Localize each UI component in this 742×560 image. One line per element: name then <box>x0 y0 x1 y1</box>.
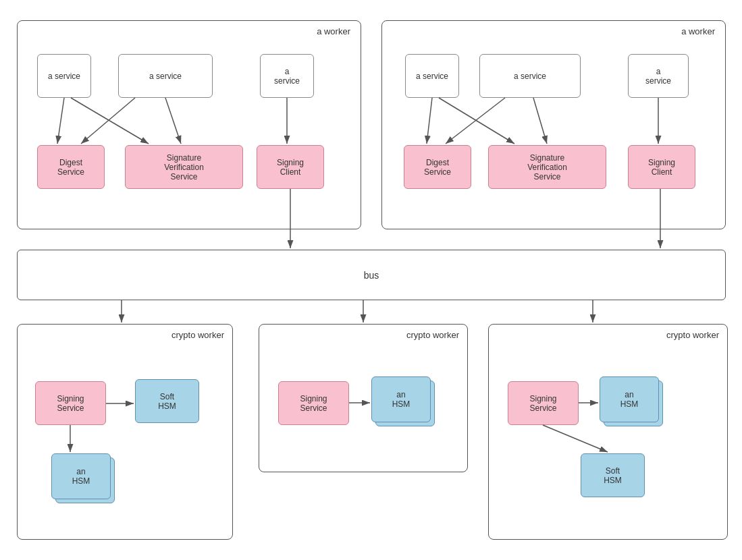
bus-label: bus <box>364 270 379 281</box>
worker2-label: a worker <box>681 26 715 36</box>
worker1-label: a worker <box>317 26 350 36</box>
crypto-worker3-label: crypto worker <box>666 330 719 340</box>
crypto-worker2-label: crypto worker <box>406 330 459 340</box>
crypto-worker3-box: crypto worker <box>488 324 728 540</box>
worker1-box: a worker <box>17 20 361 229</box>
crypto1-signing: SigningService <box>35 381 106 425</box>
worker1-sigver: SignatureVerificationService <box>125 145 243 189</box>
worker2-digest: DigestService <box>404 145 471 189</box>
crypto-worker1-box: crypto worker <box>17 324 233 540</box>
worker1-service2: a service <box>118 54 213 98</box>
crypto-worker1-label: crypto worker <box>171 330 224 340</box>
crypto1-hsm-stack: anHSM <box>51 453 117 506</box>
crypto3-softHSM: SoftHSM <box>581 453 645 497</box>
worker2-box: a worker <box>381 20 726 229</box>
crypto2-hsm-stack: anHSM <box>371 376 438 429</box>
worker1-sigclient: SigningClient <box>257 145 324 189</box>
worker2-sigclient: SigningClient <box>628 145 695 189</box>
crypto2-signing: SigningService <box>278 381 349 425</box>
diagram: a worker a worker a service a service as… <box>0 0 742 560</box>
crypto1-softHSM: SoftHSM <box>135 379 199 423</box>
worker2-sigver: SignatureVerificationService <box>488 145 606 189</box>
worker2-service3: aservice <box>628 54 689 98</box>
worker1-service1: a service <box>37 54 91 98</box>
worker2-service1: a service <box>405 54 459 98</box>
worker1-digest: DigestService <box>37 145 105 189</box>
crypto3-signing: SigningService <box>508 381 579 425</box>
crypto3-hsm-stack: anHSM <box>600 376 666 429</box>
bus-box: bus <box>17 250 726 300</box>
worker2-service2: a service <box>479 54 581 98</box>
worker1-service3: aservice <box>260 54 314 98</box>
